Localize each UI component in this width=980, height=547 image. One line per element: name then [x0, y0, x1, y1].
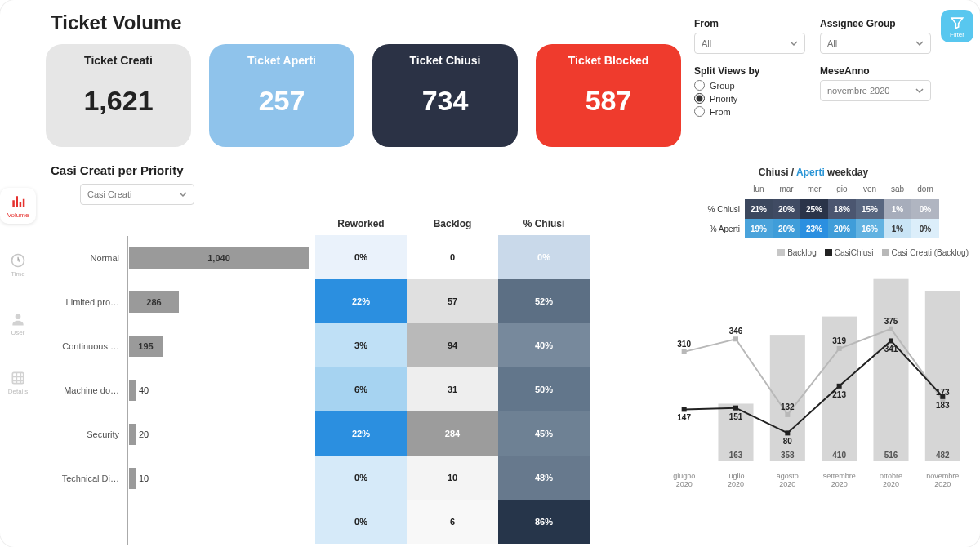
split-radio-priority[interactable]: Priority — [694, 93, 805, 104]
svg-rect-19 — [837, 346, 842, 351]
svg-rect-27 — [733, 406, 738, 411]
sidebar-item-time[interactable]: Time — [0, 247, 36, 282]
filters-panel: From All Assignee Group All Split Views … — [694, 18, 931, 117]
svg-text:375: 375 — [884, 317, 898, 326]
matrix-cell-reworked: 0% — [315, 456, 407, 500]
matrix-cell-pclose: 45% — [498, 411, 590, 456]
kpi-aperti: Ticket Aperti 257 — [209, 44, 354, 147]
kpi-chiusi: Ticket Chiusi 734 — [372, 44, 518, 147]
split-radio-from[interactable]: From — [694, 106, 805, 117]
filter-meseanno: MeseAnno novembre 2020 — [820, 65, 931, 117]
weekday-header: ven — [856, 185, 884, 199]
matrix-cell-reworked: 0% — [315, 500, 407, 544]
matrix-cell-backlog: 31 — [407, 367, 498, 411]
priority-measure-select[interactable]: Casi Creati — [80, 184, 194, 205]
svg-text:410: 410 — [832, 451, 846, 460]
filter-label: Split Views by — [694, 65, 805, 77]
matrix-cell-backlog: 6 — [407, 500, 498, 544]
kpi-label: Ticket Chiusi — [410, 54, 481, 67]
priority-bar-cell: 195 — [127, 324, 315, 368]
select-value: All — [702, 38, 711, 48]
priority-row-label: Security — [46, 412, 127, 456]
trend-chart: 1633584105164823103461323193751731471518… — [658, 260, 969, 489]
matrix-cell-backlog: 57 — [407, 279, 498, 323]
svg-rect-29 — [785, 430, 790, 435]
sidebar-item-details[interactable]: Details — [0, 364, 36, 400]
matrix-header — [127, 211, 315, 236]
user-icon — [10, 311, 26, 327]
trend-xlabel: luglio2020 — [710, 473, 761, 489]
priority-row-label: Machine do… — [46, 368, 127, 412]
matrix-cell-pclose: 40% — [498, 323, 590, 367]
svg-rect-2 — [12, 372, 23, 383]
kpi-creati: Ticket Creati 1,621 — [46, 44, 191, 147]
svg-text:80: 80 — [783, 437, 793, 446]
split-radio-group[interactable]: Group — [694, 80, 805, 91]
weekday-header: sab — [884, 185, 911, 199]
priority-row-label — [46, 500, 127, 545]
priority-row-label: Technical Di… — [46, 456, 127, 500]
chevron-down-icon — [790, 39, 798, 47]
kpi-value: 257 — [259, 85, 305, 117]
matrix-header: Reworked — [315, 211, 407, 236]
trend-legend: Backlog CasiChiusi Casi Creati (Backlog) — [658, 248, 969, 257]
weekday-cell: 25% — [800, 199, 828, 219]
svg-text:358: 358 — [781, 451, 795, 460]
assignee-select[interactable]: All — [820, 33, 931, 54]
weekday-cell: 20% — [773, 219, 800, 238]
priority-bar-cell: 20 — [127, 412, 315, 456]
svg-rect-15 — [733, 336, 738, 341]
trend-xlabel: novembre2020 — [917, 473, 969, 489]
trend-xlabel: settembre2020 — [813, 473, 865, 489]
priority-matrix: ReworkedBacklog% ChiusiNormal1,0400%00%L… — [46, 211, 650, 545]
priority-bar-cell — [127, 500, 315, 545]
svg-text:319: 319 — [832, 336, 846, 345]
weekday-cell: 21% — [745, 199, 773, 219]
sidebar-item-label: Volume — [7, 211, 29, 219]
matrix-cell-pclose: 0% — [498, 235, 590, 279]
weekday-title: Chiusi / Aperti weekday — [658, 167, 969, 178]
from-select[interactable]: All — [694, 33, 805, 54]
svg-rect-33 — [889, 338, 893, 343]
bars-icon — [10, 193, 26, 210]
priority-bar-cell: 10 — [127, 456, 315, 500]
svg-rect-11 — [925, 291, 960, 461]
meseanno-select[interactable]: novembre 2020 — [820, 80, 931, 101]
weekday-cell: 18% — [828, 199, 856, 219]
chevron-down-icon — [915, 39, 924, 47]
matrix-cell-reworked: 0% — [315, 235, 407, 279]
svg-point-1 — [16, 314, 21, 319]
priority-row-label: Limited pro… — [46, 280, 127, 324]
svg-text:183: 183 — [936, 401, 950, 410]
clock-icon — [10, 252, 26, 269]
kpi-value: 1,621 — [83, 85, 153, 117]
matrix-cell-backlog: 0 — [407, 235, 498, 279]
svg-text:341: 341 — [884, 345, 898, 354]
svg-rect-35 — [940, 394, 945, 399]
weekday-cell: 23% — [800, 219, 828, 238]
svg-text:346: 346 — [729, 327, 743, 336]
funnel-icon — [949, 15, 965, 31]
svg-rect-13 — [682, 349, 687, 354]
kpi-label: Ticket Aperti — [247, 54, 316, 67]
sidebar-item-volume[interactable]: Volume — [0, 188, 36, 224]
matrix-cell-backlog: 10 — [407, 456, 498, 500]
trend-xlabel: giugno2020 — [658, 473, 710, 489]
weekday-header: dom — [911, 185, 939, 199]
svg-text:516: 516 — [884, 451, 898, 460]
svg-text:482: 482 — [936, 451, 950, 460]
filter-label: From — [694, 18, 805, 29]
weekday-heatmap: lunmarmergiovensabdom% Chiusi21%20%25%18… — [658, 185, 969, 238]
weekday-cell: 15% — [856, 199, 884, 219]
sidebar-item-user[interactable]: User — [0, 305, 36, 341]
matrix-cell-backlog: 284 — [407, 411, 498, 456]
priority-row-label: Normal — [46, 236, 127, 280]
weekday-header: mer — [800, 185, 828, 199]
matrix-cell-reworked: 6% — [315, 367, 407, 411]
matrix-cell-pclose: 86% — [498, 500, 590, 544]
weekday-row-label: % Chiusi — [688, 199, 745, 219]
sidebar-item-label: Details — [8, 388, 28, 395]
priority-bar-cell: 1,040 — [127, 236, 315, 280]
filter-button[interactable]: Filter — [941, 10, 973, 42]
filter-label: MeseAnno — [820, 65, 931, 77]
